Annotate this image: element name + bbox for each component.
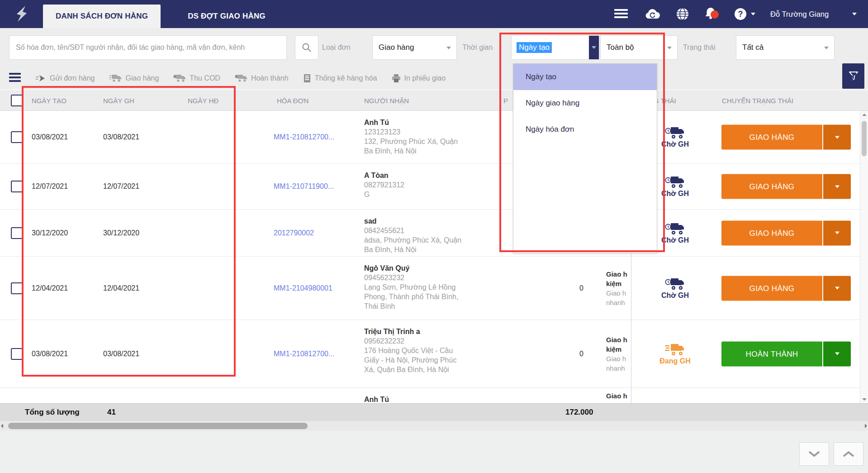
page-up-button[interactable] xyxy=(834,442,863,466)
search-button[interactable] xyxy=(295,35,318,60)
scroll-left-icon[interactable] xyxy=(1,424,3,428)
cell-quantity: 0 xyxy=(556,350,583,358)
page-down-button[interactable] xyxy=(799,442,829,466)
vertical-scroll-thumb[interactable] xyxy=(862,121,867,156)
row-checkbox[interactable] xyxy=(11,131,23,143)
header-ngay-hd[interactable]: NGÀY HĐ xyxy=(188,96,218,104)
change-status-label[interactable]: GIAO HÀNG xyxy=(721,276,822,301)
chevron-down-icon[interactable] xyxy=(823,220,851,245)
header-clipped-p[interactable]: P xyxy=(503,96,508,104)
chevron-down-icon[interactable] xyxy=(823,174,851,199)
status-badge: Đang GH xyxy=(651,343,699,365)
action-toolbar: Gửi đơn hàng Giao hàng Thu COD Hoàn thàn… xyxy=(0,67,868,89)
change-status-label[interactable]: GIAO HÀNG xyxy=(721,220,822,245)
search-input[interactable] xyxy=(9,35,287,60)
toolbar-goods-stats[interactable]: Thống kê hàng hóa xyxy=(303,74,377,83)
chevron-down-icon[interactable] xyxy=(823,125,851,150)
select-all-checkbox[interactable] xyxy=(11,95,23,106)
toolbar-send-order[interactable]: Gửi đơn hàng xyxy=(35,74,95,82)
row-checkbox[interactable] xyxy=(11,181,23,192)
chevron-down-icon xyxy=(807,450,821,458)
toolbar-print-slip[interactable]: In phiếu giao xyxy=(392,74,446,83)
notification-badge xyxy=(711,10,719,19)
status-badge: Chờ GH xyxy=(651,222,699,244)
tab-ds-dot-giao-hang[interactable]: DS ĐỢT GIAO HÀNG xyxy=(176,5,277,28)
time-select[interactable]: Ngày tạo xyxy=(511,35,599,60)
summary-bar: Tổng số lượng 41 172.000 xyxy=(0,403,868,421)
header-ngay-tao[interactable]: NGÀY TẠO xyxy=(32,96,66,104)
change-status-label[interactable]: GIAO HÀNG xyxy=(721,174,822,199)
truck-clock-icon xyxy=(665,277,686,291)
cell-created-date: 12/04/2021 xyxy=(32,284,68,292)
chevron-down-icon[interactable] xyxy=(823,276,851,301)
help-icon[interactable]: ? xyxy=(734,7,747,21)
truck-clock-icon xyxy=(665,222,686,235)
header-nguoi-nhan[interactable]: NGƯỜI NHẬN xyxy=(364,96,409,104)
row-checkbox[interactable] xyxy=(11,282,23,294)
cell-created-date: 12/07/2021 xyxy=(32,182,68,191)
truck-fast-icon xyxy=(665,343,686,356)
bottom-bar xyxy=(0,431,868,473)
invoice-link[interactable]: MM1-210812700... xyxy=(274,350,334,358)
invoice-link[interactable]: 2012790002 xyxy=(274,229,314,237)
cell-delivery-partner: Giao h kiệm Giao h nhanh xyxy=(606,269,632,307)
user-caret-icon[interactable] xyxy=(852,13,857,18)
recipient-address: 132, Phường Phúc Xá, Quận Ba Đình, Hà Nộ… xyxy=(364,137,464,156)
tab-danh-sach-don-hang[interactable]: DANH SÁCH ĐƠN HÀNG xyxy=(43,5,161,28)
toolbar-complete[interactable]: Hoàn thành xyxy=(235,74,289,82)
row-checkbox[interactable] xyxy=(11,227,23,239)
row-checkbox[interactable] xyxy=(11,348,23,360)
menu-icon[interactable] xyxy=(614,9,628,20)
time-dropdown-option-ngay-hoa-don[interactable]: Ngày hóa đơn xyxy=(513,116,657,143)
recipient-address: ádsa, Phường Phúc Xá, Quận Ba Đình, Hà N… xyxy=(364,235,464,254)
horizontal-scrollbar[interactable] xyxy=(0,421,868,431)
user-name[interactable]: Đỗ Trường Giang xyxy=(770,0,829,28)
time-label: Thời gian xyxy=(462,35,493,60)
toolbar-deliver[interactable]: Giao hàng xyxy=(109,74,159,82)
order-table: 03/08/2021 03/08/2021 MM1-210812700... A… xyxy=(0,111,860,403)
toolbar-collect-cod[interactable]: Thu COD xyxy=(173,74,220,82)
invoice-link[interactable]: MM1-210812700... xyxy=(274,133,334,141)
cell-delivery-date: 03/08/2021 xyxy=(103,133,139,141)
status-badge: Chờ GH xyxy=(651,277,699,300)
status-label: Đang GH xyxy=(659,357,690,365)
status-select[interactable]: Tất cả xyxy=(736,35,835,60)
invoice-link[interactable]: MM1-210711900... xyxy=(274,182,334,191)
chevron-down-icon[interactable] xyxy=(823,341,851,366)
order-type-select[interactable]: Giao hàng xyxy=(372,35,457,60)
invoice-link[interactable]: MM1-2104980001 xyxy=(274,284,332,292)
tab-label: DANH SÁCH ĐƠN HÀNG xyxy=(56,12,148,20)
recipient-address: Lạng Sơn, Phường Lê Hồng Phong, Thành ph… xyxy=(364,282,464,311)
sapo-logo-icon[interactable] xyxy=(14,5,30,23)
time-range-select[interactable]: Toàn bộ xyxy=(600,35,678,60)
chevron-down-icon xyxy=(824,47,829,52)
scroll-up-icon[interactable] xyxy=(862,114,867,116)
time-dropdown-option-ngay-giao-hang[interactable]: Ngày giao hàng xyxy=(513,90,657,116)
truck-clock-icon xyxy=(665,175,686,189)
globe-icon[interactable] xyxy=(676,7,689,21)
header-hoa-don[interactable]: HÓA ĐƠN xyxy=(277,96,308,104)
notifications-icon[interactable] xyxy=(704,6,720,21)
time-dropdown-option-ngay-tao[interactable]: Ngày tạo xyxy=(513,64,657,90)
time-range-value: Toàn bộ xyxy=(607,36,634,59)
time-select-caret[interactable] xyxy=(589,36,599,59)
list-menu-icon[interactable] xyxy=(9,73,21,84)
help-caret-icon[interactable] xyxy=(751,13,755,18)
toolbar-item-label: Hoàn thành xyxy=(251,74,289,82)
scroll-right-icon[interactable] xyxy=(865,424,867,428)
recipient-name: Anh Tú xyxy=(364,395,464,404)
change-status-label[interactable]: GIAO HÀNG xyxy=(721,125,822,150)
change-status-label[interactable]: HOÀN THÀNH xyxy=(721,341,822,366)
header-ngay-gh[interactable]: NGÀY GH xyxy=(103,96,134,104)
cloud-sync-icon[interactable] xyxy=(644,8,660,20)
vertical-scrollbar[interactable] xyxy=(860,111,868,403)
recipient-name: sad xyxy=(364,216,464,226)
recipient-phone: 0842455621 xyxy=(364,226,464,235)
header-chuyen-trang-thai[interactable]: CHUYỂN TRẠNG THÁI xyxy=(722,96,793,104)
total-amount-value: 172.000 xyxy=(565,408,593,417)
order-type-value: Giao hàng xyxy=(379,36,414,59)
horizontal-scroll-thumb[interactable] xyxy=(8,423,308,429)
settings-gear-icon[interactable]: ⚙ xyxy=(849,68,862,89)
cell-recipient: Triệu Thị Trinh a 0956232232 176 Hoàng Q… xyxy=(364,327,464,374)
scroll-down-icon[interactable] xyxy=(862,398,867,401)
